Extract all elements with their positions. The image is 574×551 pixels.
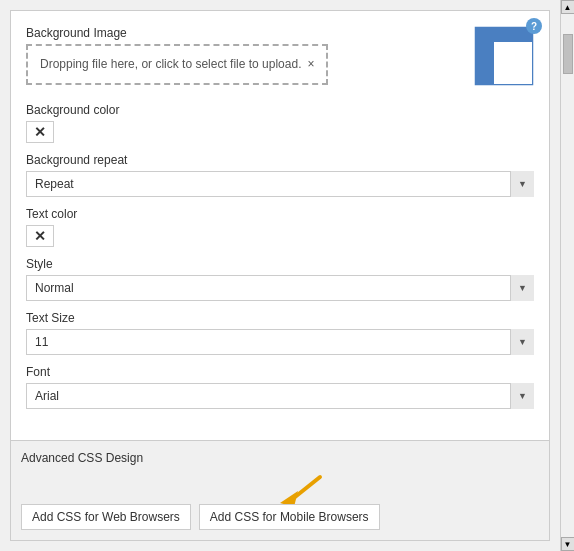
scrollbar-up-button[interactable]: ▲: [561, 0, 575, 14]
background-repeat-select[interactable]: Repeat No Repeat Repeat-X Repeat-Y: [26, 171, 534, 197]
font-select[interactable]: Arial Times New Roman Verdana Georgia Co…: [26, 383, 534, 409]
text-size-group: Text Size 8 9 10 11 12 14 16 18 24: [26, 311, 534, 355]
dropzone-text: Dropping file here, or click to select f…: [40, 56, 301, 73]
font-select-wrapper: Arial Times New Roman Verdana Georgia Co…: [26, 383, 534, 409]
background-repeat-select-wrapper: Repeat No Repeat Repeat-X Repeat-Y: [26, 171, 534, 197]
css-button-row: Add CSS for Web Browsers Add CSS for Mob…: [21, 504, 539, 530]
advanced-css-label: Advanced CSS Design: [21, 451, 539, 465]
layout-preview-icon: [474, 26, 534, 86]
svg-rect-2: [476, 42, 494, 84]
background-color-clear: ✕: [34, 124, 46, 140]
scrollbar-down-button[interactable]: ▼: [561, 537, 575, 551]
content-area: Background Image Dropping file here, or …: [10, 10, 550, 441]
advanced-css-area: Advanced CSS Design Add CSS for Web Brow…: [10, 441, 550, 541]
scrollbar-thumb[interactable]: [563, 34, 573, 74]
style-label: Style: [26, 257, 534, 271]
text-color-label: Text color: [26, 207, 534, 221]
background-color-group: Background color ✕: [26, 103, 534, 143]
background-color-swatch[interactable]: ✕: [26, 121, 54, 143]
font-group: Font Arial Times New Roman Verdana Georg…: [26, 365, 534, 409]
svg-rect-1: [476, 28, 532, 42]
background-repeat-label: Background repeat: [26, 153, 534, 167]
help-badge[interactable]: ?: [526, 18, 542, 34]
font-label: Font: [26, 365, 534, 379]
page-wrapper: Background Image Dropping file here, or …: [0, 0, 574, 551]
svg-rect-3: [494, 42, 532, 84]
background-image-section: Background Image Dropping file here, or …: [26, 26, 328, 95]
style-select[interactable]: Normal Bold Italic: [26, 275, 534, 301]
background-image-label: Background Image: [26, 26, 328, 40]
scrollbar: ▲ ▼: [560, 0, 574, 551]
dropzone-close-button[interactable]: ×: [307, 57, 314, 71]
text-size-label: Text Size: [26, 311, 534, 325]
main-panel: Background Image Dropping file here, or …: [0, 0, 560, 551]
style-select-wrapper: Normal Bold Italic: [26, 275, 534, 301]
layout-preview-box: ?: [474, 26, 534, 86]
text-color-clear: ✕: [34, 228, 46, 244]
dropzone[interactable]: Dropping file here, or click to select f…: [26, 44, 328, 85]
text-color-swatch[interactable]: ✕: [26, 225, 54, 247]
text-size-select[interactable]: 8 9 10 11 12 14 16 18 24: [26, 329, 534, 355]
add-css-mobile-button[interactable]: Add CSS for Mobile Browsers: [199, 504, 380, 530]
add-css-web-button[interactable]: Add CSS for Web Browsers: [21, 504, 191, 530]
background-color-label: Background color: [26, 103, 534, 117]
text-size-select-wrapper: 8 9 10 11 12 14 16 18 24: [26, 329, 534, 355]
background-repeat-group: Background repeat Repeat No Repeat Repea…: [26, 153, 534, 197]
style-group: Style Normal Bold Italic: [26, 257, 534, 301]
text-color-group: Text color ✕: [26, 207, 534, 247]
background-image-row: Background Image Dropping file here, or …: [26, 26, 534, 95]
